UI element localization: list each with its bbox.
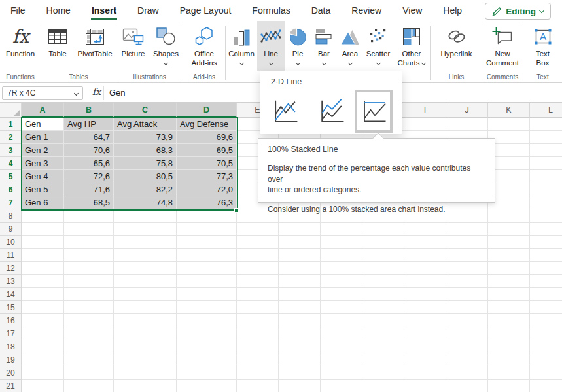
gridline xyxy=(22,379,562,380)
tab-formulas[interactable]: Formulas xyxy=(241,0,300,21)
row-header-16[interactable]: 16 xyxy=(0,314,22,327)
column-header-D[interactable]: D xyxy=(177,103,237,118)
cell-B3[interactable]: 70,6 xyxy=(64,144,113,156)
name-box-value: 7R x 4C xyxy=(7,88,35,98)
line-chart-button[interactable]: Line xyxy=(257,21,285,71)
cell-A1[interactable]: Gen xyxy=(22,118,63,130)
cell-A4[interactable]: Gen 3 xyxy=(22,157,63,169)
cell-C3[interactable]: 68,3 xyxy=(114,144,176,156)
area-chart-button[interactable]: Area xyxy=(337,21,363,71)
cell-B6[interactable]: 71,6 xyxy=(64,183,113,196)
line-option[interactable] xyxy=(270,96,300,127)
column-header-J[interactable]: J xyxy=(446,103,488,118)
fill-handle[interactable] xyxy=(234,208,239,213)
column-header-A[interactable]: A xyxy=(22,103,64,118)
cell-A5[interactable]: Gen 4 xyxy=(22,170,63,183)
row-header-5[interactable]: 5 xyxy=(0,170,22,183)
other-charts-button[interactable]: Other Charts xyxy=(393,21,430,71)
cell-C7[interactable]: 74,8 xyxy=(114,196,176,209)
tab-file[interactable]: File xyxy=(0,0,36,21)
cell-A6[interactable]: Gen 5 xyxy=(22,183,63,196)
tab-view[interactable]: View xyxy=(392,0,432,21)
cell-C5[interactable]: 80,5 xyxy=(114,170,176,183)
row-header-11[interactable]: 11 xyxy=(0,249,22,262)
row-header-10[interactable]: 10 xyxy=(0,236,22,249)
formula-input[interactable]: Gen xyxy=(109,88,126,98)
tab-page-layout[interactable]: Page Layout xyxy=(169,0,242,21)
office-addins-button[interactable]: Office Add-ins xyxy=(184,21,224,71)
row-header-17[interactable]: 17 xyxy=(0,327,22,340)
fx-icon[interactable]: fx xyxy=(92,86,101,97)
pivottable-button[interactable]: PivotTable xyxy=(74,21,116,71)
cell-C2[interactable]: 73,9 xyxy=(114,131,176,143)
row-header-21[interactable]: 21 xyxy=(0,380,22,392)
row-header-18[interactable]: 18 xyxy=(0,340,22,353)
row-header-15[interactable]: 15 xyxy=(0,301,22,314)
tab-review[interactable]: Review xyxy=(341,0,392,21)
cell-B2[interactable]: 64,7 xyxy=(64,131,113,143)
tab-home[interactable]: Home xyxy=(36,0,81,21)
cell-C4[interactable]: 75,8 xyxy=(114,157,176,169)
editing-mode-button[interactable]: Editing xyxy=(485,3,551,20)
tab-draw[interactable]: Draw xyxy=(127,0,169,21)
name-box[interactable]: 7R x 4C xyxy=(2,86,83,100)
cell-D5[interactable]: 77,3 xyxy=(177,170,236,183)
row-header-19[interactable]: 19 xyxy=(0,353,22,366)
row-header-13[interactable]: 13 xyxy=(0,275,22,288)
pie-chart-button[interactable]: Pie xyxy=(285,21,311,71)
row-header-1[interactable]: 1 xyxy=(0,118,22,131)
tab-insert[interactable]: Insert xyxy=(81,0,127,21)
new-comment-button[interactable]: New Comment xyxy=(483,21,522,71)
cell-B1[interactable]: Avg HP xyxy=(64,118,113,130)
cell-A7[interactable]: Gen 6 xyxy=(22,196,63,209)
row-header-20[interactable]: 20 xyxy=(0,366,22,380)
function-button[interactable]: fx Function xyxy=(1,21,40,71)
select-all-button[interactable] xyxy=(0,103,22,118)
row-header-3[interactable]: 3 xyxy=(0,144,22,157)
row-header-4[interactable]: 4 xyxy=(0,157,22,170)
cell-D6[interactable]: 72,0 xyxy=(177,183,236,196)
row-header-9[interactable]: 9 xyxy=(0,223,22,236)
cell-D4[interactable]: 70,5 xyxy=(177,157,236,169)
text-box-icon: A xyxy=(534,25,552,48)
cell-D1[interactable]: Avg Defense xyxy=(177,118,236,130)
row-header-12[interactable]: 12 xyxy=(0,262,22,275)
chevron-down-icon xyxy=(164,60,168,65)
gridline xyxy=(22,327,562,327)
column-header-C[interactable]: C xyxy=(114,103,177,118)
group-label-addins: Add-ins xyxy=(183,73,225,80)
row-header-7[interactable]: 7 xyxy=(0,196,22,209)
stacked100-line-option[interactable] xyxy=(355,90,393,133)
shapes-button[interactable]: Shapes xyxy=(150,21,183,71)
column-header-L[interactable]: L xyxy=(530,103,562,118)
cell-D2[interactable]: 69,6 xyxy=(177,131,236,143)
cell-C6[interactable]: 82,2 xyxy=(114,183,176,196)
cell-A3[interactable]: Gen 2 xyxy=(22,144,63,156)
bar-chart-icon xyxy=(315,25,333,48)
bar-chart-button[interactable]: Bar xyxy=(311,21,337,71)
cell-A2[interactable]: Gen 1 xyxy=(22,131,63,143)
row-header-2[interactable]: 2 xyxy=(0,131,22,144)
stacked-line-option[interactable] xyxy=(316,96,347,127)
row-header-14[interactable]: 14 xyxy=(0,288,22,301)
tab-help[interactable]: Help xyxy=(432,0,472,21)
cell-D7[interactable]: 76,3 xyxy=(177,196,236,209)
table-button[interactable]: Table xyxy=(41,21,74,71)
picture-button[interactable]: Picture xyxy=(117,21,150,71)
column-header-I[interactable]: I xyxy=(404,103,446,118)
column-header-B[interactable]: B xyxy=(64,103,114,118)
cell-B5[interactable]: 72,6 xyxy=(64,170,113,183)
cell-B4[interactable]: 65,6 xyxy=(64,157,113,169)
cell-B7[interactable]: 68,5 xyxy=(64,196,113,209)
column-chart-button[interactable]: Column xyxy=(226,21,257,71)
row-header-6[interactable]: 6 xyxy=(0,183,22,196)
tab-data[interactable]: Data xyxy=(301,0,342,21)
column-header-K[interactable]: K xyxy=(488,103,530,118)
hyperlink-button[interactable]: Hyperlink xyxy=(433,21,480,71)
cell-D3[interactable]: 69,5 xyxy=(177,144,236,156)
text-box-button[interactable]: A Text Box xyxy=(528,21,558,71)
excel-web-app: File Home Insert Draw Page Layout Formul… xyxy=(0,0,562,392)
row-header-8[interactable]: 8 xyxy=(0,209,22,223)
cell-C1[interactable]: Avg Attack xyxy=(114,118,176,130)
scatter-chart-button[interactable]: Scatter xyxy=(363,21,393,71)
